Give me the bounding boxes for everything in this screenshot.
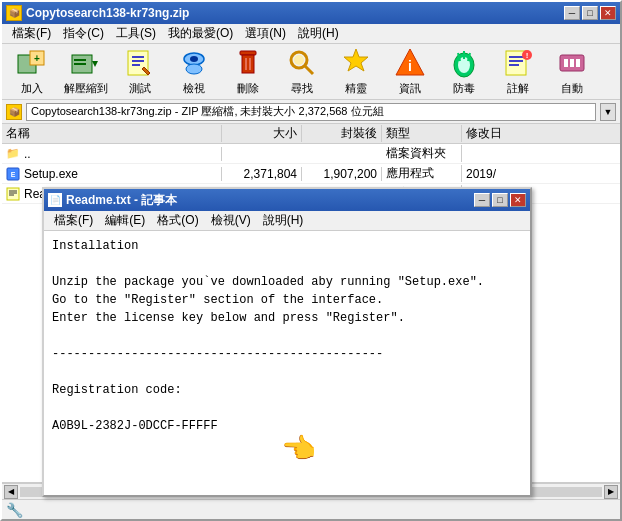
minimize-button[interactable]: ─ bbox=[564, 6, 580, 20]
file-name: E Setup.exe bbox=[2, 167, 222, 181]
view-icon bbox=[178, 47, 210, 79]
toolbar-add-label: 加入 bbox=[21, 81, 43, 96]
file-name: 📁 .. bbox=[2, 147, 222, 161]
toolbar-delete-label: 刪除 bbox=[237, 81, 259, 96]
menu-bar: 檔案(F) 指令(C) 工具(S) 我的最愛(O) 選項(N) 說明(H) bbox=[2, 24, 620, 44]
notepad-title-left: 📄 Readme.txt - 記事本 bbox=[48, 192, 177, 209]
svg-text:!: ! bbox=[526, 51, 529, 60]
toolbar-antivirus-label: 防毒 bbox=[453, 81, 475, 96]
col-header-size[interactable]: 大小 bbox=[222, 125, 302, 142]
svg-rect-38 bbox=[570, 59, 574, 67]
bottom-strip: 🔧 bbox=[2, 499, 620, 519]
file-type: 檔案資料夾 bbox=[382, 145, 462, 162]
file-list-header: 名稱 大小 封裝後 類型 修改日 bbox=[2, 124, 620, 144]
delete-icon bbox=[232, 47, 264, 79]
toolbar: + 加入 解壓縮到 bbox=[2, 44, 620, 100]
svg-point-14 bbox=[190, 56, 198, 62]
notepad-title-text: Readme.txt - 記事本 bbox=[66, 192, 177, 209]
antivirus-icon bbox=[448, 47, 480, 79]
notepad-minimize-button[interactable]: ─ bbox=[474, 193, 490, 207]
notepad-menu-file[interactable]: 檔案(F) bbox=[48, 210, 99, 231]
find-icon bbox=[286, 47, 318, 79]
svg-point-20 bbox=[294, 55, 304, 65]
svg-point-13 bbox=[186, 64, 202, 74]
notepad-title-buttons: ─ □ ✕ bbox=[474, 193, 526, 207]
svg-rect-37 bbox=[564, 59, 568, 67]
menu-favorites[interactable]: 我的最愛(O) bbox=[162, 23, 239, 44]
bottom-tool-icon[interactable]: 🔧 bbox=[6, 502, 23, 518]
svg-rect-6 bbox=[74, 63, 86, 65]
toolbar-antivirus[interactable]: 防毒 bbox=[438, 47, 490, 97]
toolbar-delete[interactable]: 刪除 bbox=[222, 47, 274, 97]
scroll-left-btn[interactable]: ◀ bbox=[4, 485, 18, 499]
address-text[interactable]: Copytosearch138-kr73ng.zip - ZIP 壓縮檔, 未封… bbox=[26, 103, 596, 121]
app-icon: 📦 bbox=[6, 5, 22, 21]
notepad-menu: 檔案(F) 編輯(E) 格式(O) 檢視(V) 說明(H) bbox=[44, 211, 530, 231]
toolbar-extract-label: 解壓縮到 bbox=[64, 81, 108, 96]
auto-icon bbox=[556, 47, 588, 79]
toolbar-extract[interactable]: 解壓縮到 bbox=[60, 47, 112, 97]
address-icon: 📦 bbox=[6, 104, 22, 120]
svg-rect-5 bbox=[74, 59, 86, 61]
notepad-menu-edit[interactable]: 編輯(E) bbox=[99, 210, 151, 231]
menu-options[interactable]: 選項(N) bbox=[239, 23, 292, 44]
notepad-menu-help[interactable]: 說明(H) bbox=[257, 210, 310, 231]
toolbar-wizard[interactable]: 精靈 bbox=[330, 47, 382, 97]
toolbar-auto[interactable]: 自動 bbox=[546, 47, 598, 97]
toolbar-view-label: 檢視 bbox=[183, 81, 205, 96]
col-header-modified[interactable]: 修改日 bbox=[462, 125, 620, 142]
comment-icon: ! bbox=[502, 47, 534, 79]
col-header-name[interactable]: 名稱 bbox=[2, 125, 222, 142]
wizard-icon bbox=[340, 47, 372, 79]
toolbar-comment-label: 註解 bbox=[507, 81, 529, 96]
exe-icon: E bbox=[6, 167, 20, 181]
toolbar-view[interactable]: 檢視 bbox=[168, 47, 220, 97]
title-bar-left: 📦 Copytosearch138-kr73ng.zip bbox=[6, 5, 189, 21]
svg-line-21 bbox=[305, 66, 313, 74]
menu-file[interactable]: 檔案(F) bbox=[6, 23, 57, 44]
add-icon: + bbox=[16, 47, 48, 79]
toolbar-find[interactable]: 尋找 bbox=[276, 47, 328, 97]
col-header-type[interactable]: 類型 bbox=[382, 125, 462, 142]
notepad-menu-view[interactable]: 檢視(V) bbox=[205, 210, 257, 231]
title-bar: 📦 Copytosearch138-kr73ng.zip ─ □ ✕ bbox=[2, 2, 620, 24]
file-size: 2,371,804 bbox=[222, 167, 302, 181]
svg-text:E: E bbox=[11, 171, 16, 178]
notepad-maximize-button[interactable]: □ bbox=[492, 193, 508, 207]
col-header-packed[interactable]: 封裝後 bbox=[302, 125, 382, 142]
maximize-button[interactable]: □ bbox=[582, 6, 598, 20]
address-dropdown[interactable]: ▼ bbox=[600, 103, 616, 121]
svg-text:i: i bbox=[408, 58, 412, 74]
scroll-right-btn[interactable]: ▶ bbox=[604, 485, 618, 499]
test-icon bbox=[124, 47, 156, 79]
svg-rect-15 bbox=[240, 51, 256, 55]
extract-icon bbox=[70, 47, 102, 79]
close-button[interactable]: ✕ bbox=[600, 6, 616, 20]
toolbar-find-label: 尋找 bbox=[291, 81, 313, 96]
notepad-close-button[interactable]: ✕ bbox=[510, 193, 526, 207]
main-window: 📦 Copytosearch138-kr73ng.zip ─ □ ✕ 檔案(F)… bbox=[0, 0, 622, 521]
toolbar-test[interactable]: 測試 bbox=[114, 47, 166, 97]
svg-rect-16 bbox=[242, 55, 254, 73]
menu-command[interactable]: 指令(C) bbox=[57, 23, 110, 44]
notepad-menu-format[interactable]: 格式(O) bbox=[151, 210, 204, 231]
toolbar-comment[interactable]: ! 註解 bbox=[492, 47, 544, 97]
toolbar-wizard-label: 精靈 bbox=[345, 81, 367, 96]
info-icon: i bbox=[394, 47, 426, 79]
folder-icon: 📁 bbox=[6, 147, 20, 161]
svg-rect-39 bbox=[576, 59, 580, 67]
address-bar: 📦 Copytosearch138-kr73ng.zip - ZIP 壓縮檔, … bbox=[2, 100, 620, 124]
toolbar-add[interactable]: + 加入 bbox=[6, 47, 58, 97]
table-row[interactable]: E Setup.exe 2,371,804 1,907,200 應用程式 201… bbox=[2, 164, 620, 184]
toolbar-info[interactable]: i 資訊 bbox=[384, 47, 436, 97]
svg-marker-22 bbox=[344, 49, 368, 71]
table-row[interactable]: 📁 .. 檔案資料夾 bbox=[2, 144, 620, 164]
hand-pointer-icon: 👉 bbox=[282, 432, 317, 465]
svg-marker-4 bbox=[92, 61, 98, 67]
menu-tools[interactable]: 工具(S) bbox=[110, 23, 162, 44]
menu-help[interactable]: 說明(H) bbox=[292, 23, 345, 44]
window-title: Copytosearch138-kr73ng.zip bbox=[26, 6, 189, 20]
toolbar-auto-label: 自動 bbox=[561, 81, 583, 96]
notepad-title-bar: 📄 Readme.txt - 記事本 ─ □ ✕ bbox=[44, 189, 530, 211]
file-modified: 2019/ bbox=[462, 167, 620, 181]
